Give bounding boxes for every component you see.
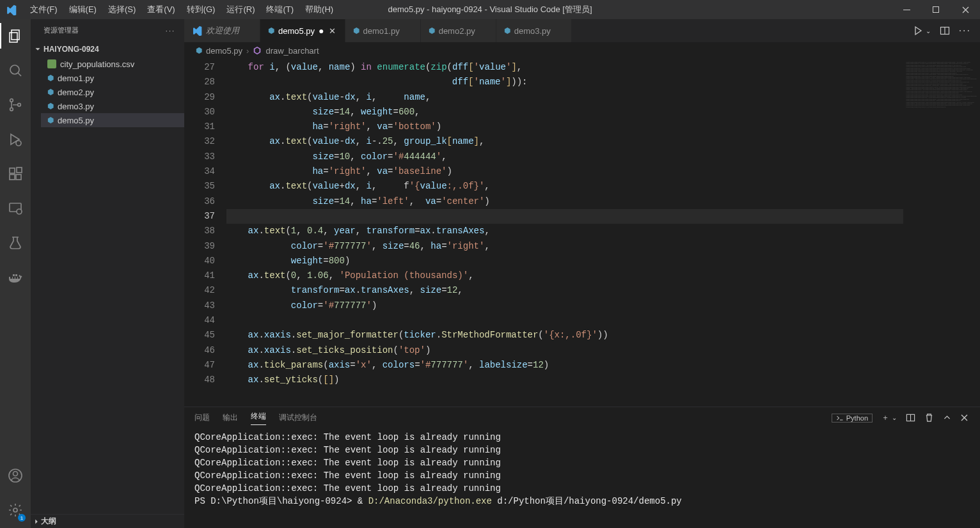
- terminal-profile-badge[interactable]: Python: [832, 414, 873, 423]
- python-icon: ⬢: [47, 102, 54, 111]
- folder-header[interactable]: HAIYONG-0924: [31, 42, 184, 57]
- tab-label: demo3.py: [514, 26, 551, 36]
- minimap[interactable]: ─────────────────────────── ────────────…: [903, 59, 980, 407]
- python-icon: ⬢: [353, 26, 360, 35]
- terminal-dropdown-icon[interactable]: ⌄: [892, 414, 897, 421]
- menu-edit[interactable]: 编辑(E): [64, 1, 102, 18]
- file-item[interactable]: ⬢demo5.py: [41, 113, 184, 127]
- line-gutter: 2728293031323334353637383940414243444546…: [184, 59, 226, 407]
- run-debug-icon[interactable]: [0, 129, 31, 150]
- search-icon[interactable]: [0, 60, 31, 81]
- source-control-icon[interactable]: [0, 95, 31, 115]
- panel-tab-debug-console[interactable]: 调试控制台: [279, 412, 317, 423]
- svg-rect-3: [10, 33, 17, 42]
- svg-point-6: [10, 108, 13, 111]
- split-editor-icon[interactable]: [940, 26, 950, 36]
- remote-explorer-icon[interactable]: [0, 198, 31, 219]
- menu-terminal[interactable]: 终端(T): [261, 1, 299, 18]
- panel-tab-output[interactable]: 输出: [223, 412, 238, 423]
- settings-badge: 1: [18, 514, 26, 522]
- panel-close-icon[interactable]: [960, 414, 968, 422]
- docker-icon[interactable]: [0, 267, 31, 288]
- minimize-button[interactable]: [892, 0, 921, 19]
- menu-bar: 文件(F) 编辑(E) 选择(S) 查看(V) 转到(G) 运行(R) 终端(T…: [22, 1, 338, 18]
- panel-tab-problems[interactable]: 问题: [194, 412, 210, 423]
- close-button[interactable]: [951, 0, 980, 19]
- svg-rect-0: [903, 10, 910, 10]
- window-controls: [892, 0, 980, 19]
- run-file-icon[interactable]: [913, 26, 923, 36]
- tab-dirty-icon: ●: [319, 26, 324, 36]
- svg-rect-12: [17, 167, 22, 173]
- breadcrumb-symbol[interactable]: draw_barchart: [265, 46, 319, 56]
- panel-tabs: 问题 输出 终端 调试控制台 Python ＋ ⌄: [184, 407, 980, 428]
- tab-label: demo1.py: [363, 26, 400, 36]
- folder-name: HAIYONG-0924: [43, 45, 99, 54]
- breadcrumb-separator: ›: [246, 46, 249, 56]
- file-item[interactable]: city_populations.csv: [41, 57, 184, 71]
- svg-point-8: [16, 141, 21, 146]
- outline-section[interactable]: 大纲: [31, 514, 184, 528]
- new-terminal-icon[interactable]: ＋: [881, 412, 889, 423]
- testing-icon[interactable]: [0, 233, 31, 253]
- svg-point-16: [13, 472, 18, 476]
- file-item[interactable]: ⬢demo2.py: [41, 85, 184, 99]
- code-editor[interactable]: for i, (value, name) in enumerate(zip(df…: [226, 59, 903, 407]
- menu-run[interactable]: 运行(R): [221, 1, 260, 18]
- activity-bar: 1: [0, 19, 31, 528]
- file-label: demo2.py: [58, 88, 94, 97]
- breadcrumbs[interactable]: ⬢ demo5.py › draw_barchart: [184, 42, 980, 59]
- title-bar: 文件(F) 编辑(E) 选择(S) 查看(V) 转到(G) 运行(R) 终端(T…: [0, 0, 980, 19]
- editor-tab[interactable]: ⬢demo5.py●✕: [260, 19, 345, 42]
- breadcrumb-file[interactable]: demo5.py: [206, 46, 242, 56]
- python-icon: ⬢: [196, 46, 202, 55]
- window-title: demo5.py - haiyong-0924 - Visual Studio …: [388, 4, 592, 15]
- vscode-icon: [192, 26, 202, 36]
- editor-area: 欢迎使用✕⬢demo5.py●✕⬢demo1.py✕⬢demo2.py✕⬢dem…: [184, 19, 980, 528]
- split-terminal-icon[interactable]: [906, 413, 915, 423]
- file-item[interactable]: ⬢demo1.py: [41, 71, 184, 85]
- svg-point-17: [13, 508, 17, 512]
- menu-file[interactable]: 文件(F): [25, 1, 63, 18]
- run-dropdown-icon[interactable]: ⌄: [926, 27, 931, 35]
- python-icon: ⬢: [268, 26, 274, 35]
- extensions-icon[interactable]: [0, 164, 31, 184]
- menu-selection[interactable]: 选择(S): [103, 1, 141, 18]
- svg-point-7: [18, 104, 21, 107]
- file-item[interactable]: ⬢demo3.py: [41, 99, 184, 113]
- svg-point-5: [10, 99, 13, 102]
- panel-maximize-icon[interactable]: [943, 414, 951, 422]
- editor-tab[interactable]: 欢迎使用✕: [184, 19, 260, 42]
- csv-icon: [47, 59, 56, 68]
- accounts-icon[interactable]: [0, 465, 31, 486]
- kill-terminal-icon[interactable]: [924, 413, 934, 423]
- menu-go[interactable]: 转到(G): [182, 1, 221, 18]
- editor-tabs: 欢迎使用✕⬢demo5.py●✕⬢demo1.py✕⬢demo2.py✕⬢dem…: [184, 19, 980, 42]
- editor-tab[interactable]: ⬢demo1.py✕: [345, 19, 421, 42]
- side-bar: 资源管理器 ··· HAIYONG-0924 city_populations.…: [31, 19, 184, 528]
- editor-body: 2728293031323334353637383940414243444546…: [184, 59, 980, 407]
- panel-tab-terminal[interactable]: 终端: [251, 411, 266, 425]
- python-icon: ⬢: [504, 26, 510, 35]
- tab-close-icon[interactable]: ✕: [328, 26, 337, 36]
- terminal-output[interactable]: QCoreApplication::exec: The event loop i…: [184, 428, 980, 528]
- sidebar-header: 资源管理器 ···: [31, 19, 184, 42]
- menu-help[interactable]: 帮助(H): [300, 1, 338, 18]
- editor-more-icon[interactable]: ···: [959, 25, 971, 36]
- file-label: demo5.py: [58, 116, 94, 125]
- file-label: city_populations.csv: [60, 59, 134, 69]
- maximize-button[interactable]: [921, 0, 951, 19]
- sidebar-more-icon[interactable]: ···: [166, 27, 175, 35]
- settings-gear-icon[interactable]: 1: [0, 500, 31, 520]
- editor-tab[interactable]: ⬢demo3.py✕: [496, 19, 572, 42]
- file-label: demo1.py: [58, 74, 94, 83]
- tab-label: 欢迎使用: [206, 25, 239, 36]
- sidebar-title: 资源管理器: [43, 26, 79, 35]
- svg-rect-1: [933, 7, 939, 13]
- menu-view[interactable]: 查看(V): [142, 1, 180, 18]
- explorer-icon[interactable]: [0, 26, 31, 46]
- editor-tab[interactable]: ⬢demo2.py✕: [421, 19, 496, 42]
- svg-point-14: [17, 209, 22, 214]
- python-icon: ⬢: [429, 26, 435, 35]
- outline-label: 大纲: [41, 516, 56, 527]
